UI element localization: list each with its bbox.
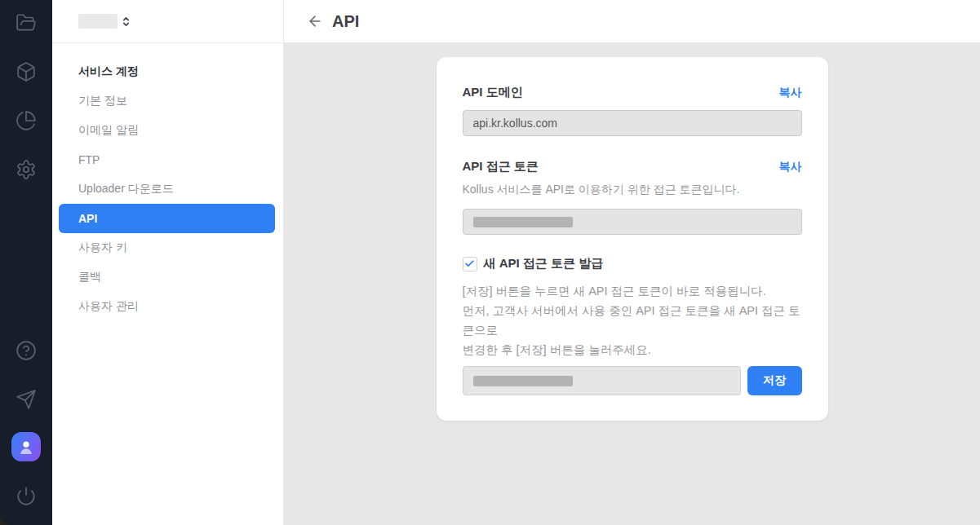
app-window: 서비스 계정 기본 정보 이메일 알림 FTP Uploader 다운로드 AP… <box>0 0 980 525</box>
sidebar-section-title: 서비스 계정 <box>59 57 275 86</box>
redacted-token-value <box>473 217 573 227</box>
api-token-input[interactable] <box>463 209 802 235</box>
sidebar-item-ftp[interactable]: FTP <box>59 145 275 174</box>
sidebar-menu: 서비스 계정 기본 정보 이메일 알림 FTP Uploader 다운로드 AP… <box>52 43 283 321</box>
sidebar-item-basic-info[interactable]: 기본 정보 <box>59 86 275 116</box>
page-title: API <box>332 12 359 31</box>
chevron-up-down-icon <box>122 15 131 28</box>
help-icon[interactable] <box>10 334 42 367</box>
sidebar-item-api[interactable]: API <box>59 204 275 233</box>
api-token-description: Kollus 서비스를 API로 이용하기 위한 접근 토큰입니다. <box>463 183 802 197</box>
help-line-1: [저장] 버튼을 누르면 새 API 접근 토큰이 바로 적용됩니다. <box>463 281 802 301</box>
folder-icon[interactable] <box>10 7 42 39</box>
check-icon <box>464 258 475 269</box>
cube-icon[interactable] <box>10 55 42 88</box>
account-select-value-redacted <box>78 14 118 29</box>
api-domain-copy-button[interactable]: 복사 <box>779 86 802 100</box>
help-line-2: 먼저, 고객사 서버에서 사용 중인 API 접근 토큰을 새 API 접근 토… <box>463 301 802 340</box>
page-header: API <box>284 0 980 43</box>
icon-rail <box>0 0 52 525</box>
api-domain-input[interactable]: api.kr.kollus.com <box>463 110 802 136</box>
new-token-checkbox-row[interactable]: 새 API 접근 토큰 발급 <box>463 256 802 271</box>
save-row: 저장 <box>463 366 802 395</box>
new-token-input[interactable] <box>463 366 741 395</box>
content-area: API 도메인 복사 api.kr.kollus.com API 접근 토큰 복… <box>284 43 980 525</box>
sidebar-item-callback[interactable]: 콜백 <box>59 262 275 292</box>
account-select[interactable] <box>52 0 283 43</box>
main-area: API API 도메인 복사 api.kr.kollus.com API 접근 … <box>284 0 980 525</box>
api-settings-card: API 도메인 복사 api.kr.kollus.com API 접근 토큰 복… <box>437 57 828 421</box>
api-domain-section: API 도메인 복사 api.kr.kollus.com <box>463 85 802 136</box>
api-token-label: API 접근 토큰 <box>463 159 539 174</box>
gear-icon[interactable] <box>10 153 42 186</box>
sidebar-item-user-management[interactable]: 사용자 관리 <box>59 292 275 321</box>
new-token-checkbox[interactable] <box>463 257 477 271</box>
sidebar-item-uploader-download[interactable]: Uploader 다운로드 <box>59 174 275 204</box>
power-icon[interactable] <box>10 479 42 512</box>
api-domain-label: API 도메인 <box>463 85 523 100</box>
help-line-3: 변경한 후 [저장] 버튼을 눌러주세요. <box>463 340 802 360</box>
pie-chart-icon[interactable] <box>10 104 42 137</box>
save-button[interactable]: 저장 <box>747 366 802 395</box>
person-icon <box>16 437 36 457</box>
api-token-section: API 접근 토큰 복사 Kollus 서비스를 API로 이용하기 위한 접근… <box>463 159 802 235</box>
new-token-checkbox-label: 새 API 접근 토큰 발급 <box>484 256 604 271</box>
settings-sidebar: 서비스 계정 기본 정보 이메일 알림 FTP Uploader 다운로드 AP… <box>52 0 284 525</box>
send-icon[interactable] <box>10 383 42 416</box>
sidebar-item-email-alerts[interactable]: 이메일 알림 <box>59 116 275 145</box>
redacted-new-token-value <box>473 376 573 386</box>
arrow-left-icon[interactable] <box>305 11 325 31</box>
sidebar-item-user-key[interactable]: 사용자 키 <box>59 233 275 262</box>
new-token-help-text: [저장] 버튼을 누르면 새 API 접근 토큰이 바로 적용됩니다. 먼저, … <box>463 281 802 360</box>
user-avatar[interactable] <box>11 432 41 461</box>
api-token-copy-button[interactable]: 복사 <box>779 160 802 174</box>
